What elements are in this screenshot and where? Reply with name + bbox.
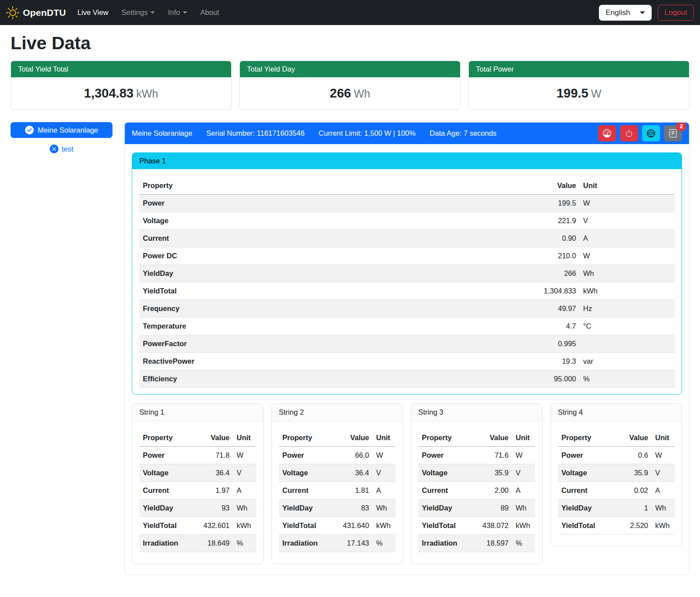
- card-header: Total Yield Day: [240, 61, 460, 77]
- unit-cell: Wh: [580, 265, 675, 282]
- column-header: Property: [279, 429, 333, 447]
- string-3-header: String 3: [411, 404, 542, 421]
- value-cell: 221.9: [509, 212, 580, 230]
- unit-cell: V: [233, 464, 256, 482]
- column-header: Unit: [512, 429, 535, 447]
- unit-cell: Wh: [652, 499, 675, 517]
- chevron-down-icon: [183, 11, 187, 14]
- table-header-row: PropertyValueUnit: [139, 429, 256, 447]
- page-title: Live Data: [11, 33, 689, 54]
- unit-cell: V: [373, 464, 395, 482]
- nav-about[interactable]: About: [200, 8, 219, 17]
- table-header-row: PropertyValueUnit: [418, 429, 535, 447]
- table-row: Irradiation18.649%: [139, 535, 256, 552]
- logout-button[interactable]: Logout: [658, 5, 694, 21]
- table-row: Power0.6W: [558, 447, 675, 464]
- value-cell: 35.9: [472, 464, 512, 482]
- column-header: Value: [509, 177, 580, 195]
- column-header: Property: [139, 429, 193, 447]
- unit-cell: V: [512, 464, 535, 482]
- table-row: Power199.5W: [139, 195, 675, 212]
- property-cell: Power: [139, 447, 193, 464]
- column-header: Value: [472, 429, 512, 447]
- card-header: Total Yield Total: [11, 61, 231, 77]
- phase-1-panel: Phase 1 PropertyValueUnit Power199.5WVol…: [132, 152, 682, 394]
- string-1-card: String 1 PropertyValueUnit Power71.8WVol…: [132, 403, 264, 564]
- unit-cell: W: [580, 247, 675, 265]
- inverter-card-body: Phase 1 PropertyValueUnit Power199.5WVol…: [125, 144, 689, 575]
- inverter-card: Meine Solaranlage Serial Number: 1161716…: [124, 122, 689, 575]
- value-cell: 2.520: [611, 517, 652, 535]
- total-yield-day-value: 266: [330, 86, 351, 100]
- column-header: Property: [139, 177, 509, 195]
- value-cell: 83: [332, 499, 373, 517]
- table-row: YieldTotal432.601kWh: [139, 517, 256, 535]
- table-row: YieldDay89Wh: [418, 499, 535, 517]
- nav-settings[interactable]: Settings: [122, 8, 155, 17]
- card-body: 266Wh: [240, 77, 460, 109]
- string-2-card: String 2 PropertyValueUnit Power66.0WVol…: [272, 403, 403, 564]
- power-toggle-button[interactable]: [620, 125, 638, 141]
- table-header-row: PropertyValueUnit: [139, 177, 675, 195]
- table-row: Power DC210.0W: [139, 247, 675, 265]
- table-row: Current2.00A: [418, 482, 535, 499]
- value-cell: 199.5: [509, 195, 580, 212]
- device-info-button[interactable]: [642, 125, 660, 141]
- value-cell: 95.000: [509, 370, 580, 388]
- string-2-header: String 2: [272, 404, 403, 421]
- string-3-body: PropertyValueUnit Power71.6WVoltage35.9V…: [411, 421, 542, 564]
- table-row: Current1.97A: [139, 482, 256, 499]
- inverter-selected-button[interactable]: Meine Solaranlage: [11, 122, 112, 138]
- property-cell: Current: [418, 482, 472, 499]
- string-2-table: PropertyValueUnit Power66.0WVoltage36.4V…: [279, 429, 396, 552]
- string-4-table: PropertyValueUnit Power0.6WVoltage35.9VC…: [558, 429, 675, 535]
- nav-info[interactable]: Info: [168, 8, 187, 17]
- table-row: Voltage36.4V: [139, 464, 256, 482]
- limit-settings-button[interactable]: [598, 125, 616, 141]
- nav-links: Live View Settings Info About: [77, 8, 219, 17]
- brand[interactable]: OpenDTU: [6, 6, 66, 19]
- property-cell: Power: [558, 447, 612, 464]
- page-content: Live Data Total Yield Total 1,304.83kWh …: [0, 25, 700, 579]
- table-row: Irradiation18.597%: [418, 535, 535, 552]
- value-cell: 431.640: [332, 517, 373, 535]
- inverter-item-test[interactable]: test: [11, 145, 112, 153]
- value-cell: 71.6: [472, 447, 512, 464]
- table-row: YieldDay83Wh: [279, 499, 396, 517]
- property-cell: YieldTotal: [139, 282, 509, 300]
- card-body: 199.5W: [469, 77, 689, 109]
- string-4-card: String 4 PropertyValueUnit Power0.6WVolt…: [551, 403, 682, 546]
- inverter-serial: Serial Number: 116171603546: [207, 129, 305, 137]
- table-row: Power71.6W: [418, 447, 535, 464]
- table-row: Power71.8W: [139, 447, 256, 464]
- property-cell: YieldTotal: [139, 517, 193, 535]
- brand-title: OpenDTU: [23, 7, 66, 18]
- value-cell: 2.00: [472, 482, 512, 499]
- inverter-sidebar: Meine Solaranlage test: [11, 122, 112, 153]
- language-select[interactable]: English: [599, 5, 652, 21]
- value-cell: 93: [193, 499, 233, 517]
- property-cell: Power DC: [139, 247, 509, 265]
- property-cell: YieldDay: [558, 499, 612, 517]
- unit-cell: W: [512, 447, 535, 464]
- table-row: PowerFactor0.995: [139, 335, 675, 353]
- total-yield-total-card: Total Yield Total 1,304.83kWh: [11, 61, 232, 110]
- table-row: YieldDay266Wh: [139, 265, 675, 282]
- event-log-button[interactable]: 2: [664, 125, 682, 141]
- property-cell: Current: [139, 230, 509, 247]
- property-cell: Power: [279, 447, 333, 464]
- x-circle-icon: [50, 145, 58, 153]
- table-row: Frequency49.97Hz: [139, 300, 675, 318]
- property-cell: Irradiation: [139, 535, 193, 552]
- unit-cell: V: [652, 464, 675, 482]
- column-header: Unit: [373, 429, 395, 447]
- value-cell: 4.7: [509, 318, 580, 335]
- value-cell: 18.597: [472, 535, 512, 552]
- inverter-limit: Current Limit: 1,500 W | 100%: [319, 129, 416, 137]
- property-cell: Irradiation: [279, 535, 333, 552]
- value-cell: 0.90: [509, 230, 580, 247]
- nav-live-view[interactable]: Live View: [77, 8, 108, 17]
- table-row: Current0.02A: [558, 482, 675, 499]
- phase-1-header: Phase 1: [132, 153, 682, 169]
- chevron-down-icon: [150, 11, 155, 14]
